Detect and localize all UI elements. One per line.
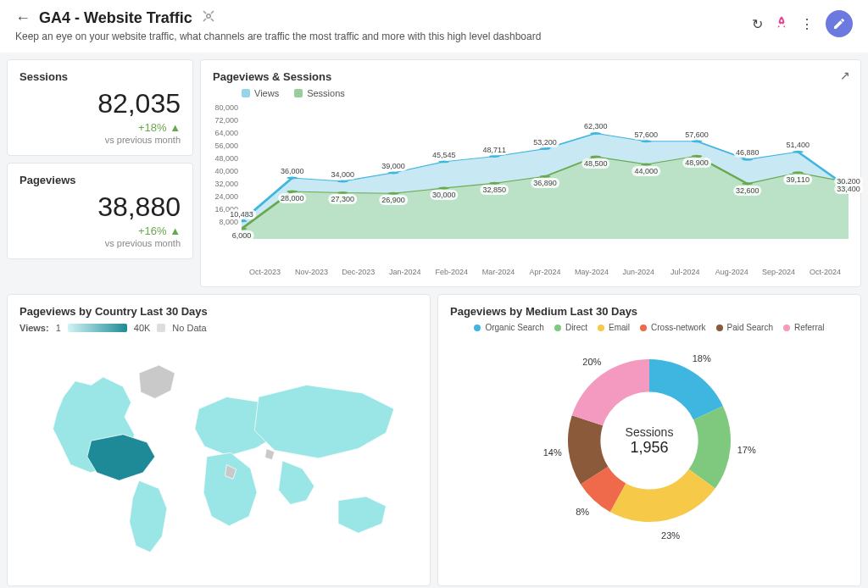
legend-views: Views	[242, 88, 279, 98]
map-legend: Views: 1 40K No Data	[19, 323, 418, 333]
sessions-card[interactable]: Sessions 82,035 +18% ▲ vs previous month	[7, 59, 193, 156]
data-point-label: 46,880	[733, 147, 762, 158]
data-point-label: 51,400	[784, 140, 813, 150]
map-legend-min: 1	[56, 323, 61, 333]
data-point-label: 44,000	[632, 166, 661, 176]
data-point-label: 53,200	[531, 137, 559, 147]
svg-point-19	[489, 182, 500, 185]
nodata-swatch	[157, 324, 165, 332]
gradient-bar	[68, 324, 127, 332]
donut-legend-item: Email	[598, 323, 630, 332]
svg-point-4	[388, 172, 399, 175]
data-point-label: 6,000	[230, 230, 254, 241]
svg-point-10	[692, 140, 703, 142]
svg-point-6	[489, 155, 500, 158]
donut-slice-label: 23%	[661, 530, 680, 541]
data-point-label: 32,600	[733, 186, 762, 196]
pageviews-value: 38,880	[19, 191, 181, 223]
donut-slice-label: 14%	[543, 447, 562, 458]
pageviews-delta: +16% ▲	[19, 225, 181, 237]
data-point-label: 27,300	[329, 194, 358, 204]
data-point-label: 62,300	[581, 121, 610, 131]
svg-point-21	[590, 156, 601, 158]
back-arrow-icon[interactable]: ←	[15, 9, 31, 27]
donut-legend-item: Referral	[783, 323, 825, 332]
data-point-label: 39,110	[784, 175, 813, 185]
donut-title: Pageviews by Medium Last 30 Days	[450, 305, 849, 318]
data-point-label: 57,600	[632, 130, 661, 140]
svg-point-24	[742, 182, 753, 185]
svg-point-5	[438, 160, 449, 163]
svg-point-0	[206, 14, 210, 19]
refresh-icon[interactable]: ↻	[752, 16, 763, 32]
edit-button[interactable]	[826, 10, 853, 37]
donut-card[interactable]: Pageviews by Medium Last 30 Days Organic…	[437, 294, 861, 586]
data-point-label: 57,600	[682, 130, 711, 140]
area-chart-title: Pageviews & Sessions	[213, 70, 849, 83]
svg-point-18	[438, 187, 449, 190]
data-point-label: 45,545	[430, 150, 459, 160]
sessions-value: 82,035	[19, 88, 181, 119]
area-chart-card[interactable]: ↗ Pageviews & Sessions Views Sessions 80…	[200, 59, 861, 287]
legend-sessions: Sessions	[294, 88, 345, 98]
rocket-icon[interactable]	[775, 15, 788, 32]
pageviews-title: Pageviews	[19, 174, 181, 186]
svg-point-8	[590, 132, 601, 135]
svg-point-12	[793, 151, 804, 153]
data-point-label: 28,000	[278, 193, 307, 203]
top-grid: Sessions 82,035 +18% ▲ vs previous month…	[0, 53, 868, 294]
expand-icon[interactable]: ↗	[840, 69, 850, 82]
nodata-label: No Data	[172, 323, 206, 333]
map-legend-label: Views:	[19, 323, 49, 333]
data-point-label: 48,500	[581, 158, 610, 169]
donut-slice-label: 18%	[693, 353, 711, 363]
svg-point-20	[540, 175, 551, 178]
data-point-label: 26,900	[379, 195, 408, 205]
data-point-label: 48,711	[481, 145, 509, 155]
svg-point-7	[540, 147, 551, 150]
donut-legend-item: Organic Search	[474, 323, 543, 332]
header-left: ← GA4 - Website Traffic Keep an eye on y…	[15, 8, 752, 42]
page-subtitle: Keep an eye on your website traffic, wha…	[15, 31, 752, 42]
area-plot: 10,48336,00034,00039,00045,54548,71153,2…	[242, 103, 849, 239]
views-swatch	[242, 89, 250, 97]
pageviews-sub: vs previous month	[19, 238, 181, 248]
page-header: ← GA4 - Website Traffic Keep an eye on y…	[0, 0, 868, 53]
data-point-label: 33,400	[834, 184, 863, 194]
area-legend: Views Sessions	[242, 88, 849, 98]
donut-slice-label: 17%	[737, 445, 756, 455]
map-title: Pageviews by Country Last 30 Days	[19, 305, 418, 318]
donut-center: Sessions 1,956	[626, 425, 674, 457]
map-card[interactable]: Pageviews by Country Last 30 Days Views:…	[7, 294, 431, 586]
data-point-label: 39,000	[379, 161, 408, 171]
header-actions: ↻ ⋮	[752, 10, 853, 37]
donut-center-label: Sessions	[626, 425, 674, 439]
data-point-label: 36,890	[531, 178, 559, 188]
sessions-swatch	[294, 89, 303, 97]
world-map[interactable]	[19, 338, 418, 575]
donut-legend-item: Paid Search	[716, 323, 773, 332]
data-point-label: 30,000	[430, 190, 459, 200]
data-point-label: 48,900	[682, 158, 711, 168]
sessions-title: Sessions	[19, 70, 181, 83]
data-point-label: 10,483	[227, 209, 256, 219]
donut-slice-label: 20%	[582, 357, 601, 367]
map-legend-max: 40K	[134, 323, 151, 333]
bottom-row: Pageviews by Country Last 30 Days Views:…	[0, 294, 868, 588]
page-title: GA4 - Website Traffic	[39, 9, 192, 27]
sessions-sub: vs previous month	[19, 135, 181, 145]
satellite-icon[interactable]	[201, 8, 216, 27]
donut-legend-item: Direct	[554, 323, 587, 332]
more-icon[interactable]: ⋮	[800, 16, 814, 32]
svg-point-3	[337, 180, 348, 183]
x-axis: Oct-2023Nov-2023Dec-2023Jan-2024Feb-2024…	[242, 268, 849, 276]
svg-point-11	[742, 158, 753, 161]
kpi-stack: Sessions 82,035 +18% ▲ vs previous month…	[7, 59, 193, 287]
data-point-label: 36,000	[278, 166, 307, 176]
area-chart-body: 80,00072,00064,00056,00048,00040,00032,0…	[213, 103, 849, 264]
donut-chart[interactable]: Sessions 1,956 18%17%23%8%14%20%	[548, 339, 751, 542]
svg-point-9	[641, 140, 652, 142]
pageviews-card[interactable]: Pageviews 38,880 +16% ▲ vs previous mont…	[7, 163, 193, 259]
donut-legend: Organic SearchDirectEmailCross-networkPa…	[450, 323, 849, 332]
title-row: ← GA4 - Website Traffic	[15, 8, 752, 27]
